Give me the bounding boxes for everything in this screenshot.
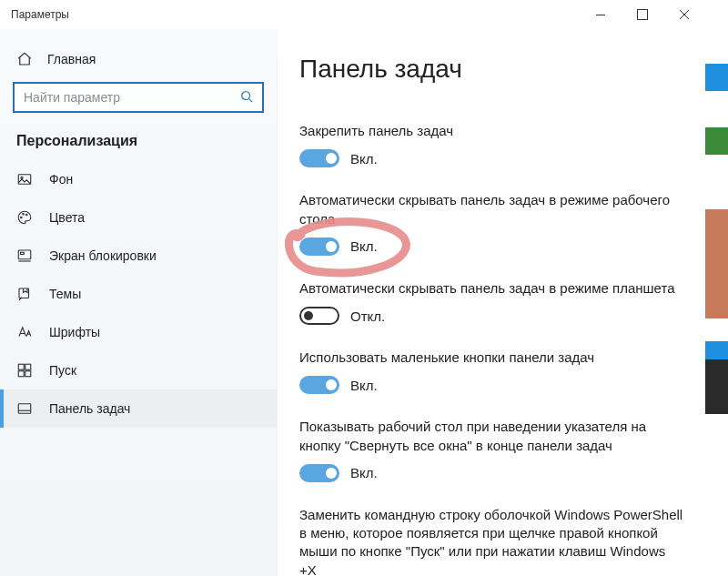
window-controls	[580, 0, 705, 29]
fonts-icon	[16, 324, 33, 340]
minimize-button[interactable]	[580, 0, 622, 29]
setting-label: Заменить командную строку оболочкой Wind…	[299, 506, 683, 576]
toggle-lock-taskbar[interactable]	[299, 149, 339, 167]
toggle-row: Вкл.	[299, 376, 683, 394]
toggle-state: Откл.	[350, 308, 385, 324]
svg-point-8	[26, 214, 28, 216]
sidebar-home-label: Главная	[47, 52, 96, 66]
toggle-row: Откл.	[299, 307, 683, 325]
search-input[interactable]	[24, 90, 240, 105]
palette-icon	[16, 209, 33, 226]
setting-small-buttons: Использовать маленькие кнопки панели зад…	[299, 349, 683, 394]
close-button[interactable]	[663, 0, 705, 29]
svg-rect-15	[18, 364, 24, 369]
svg-rect-18	[25, 371, 31, 377]
search-box[interactable]	[13, 82, 264, 113]
toggle-state: Вкл.	[350, 238, 378, 254]
toggle-state: Вкл.	[350, 465, 378, 480]
home-icon	[16, 51, 33, 67]
toggle-row: Вкл.	[299, 464, 683, 482]
sidebar-item-label: Пуск	[49, 363, 76, 378]
sidebar-item-start[interactable]: Пуск	[0, 351, 277, 389]
toggle-small-buttons[interactable]	[299, 376, 339, 394]
toggle-state: Вкл.	[350, 151, 378, 167]
svg-point-6	[21, 217, 23, 218]
sidebar-item-colors[interactable]: Цвета	[0, 198, 277, 237]
sidebar-item-label: Экран блокировки	[49, 248, 157, 263]
sidebar-item-label: Фон	[49, 172, 73, 187]
setting-label: Закрепить панель задач	[299, 122, 683, 140]
sidebar-home[interactable]: Главная	[0, 42, 277, 76]
toggle-row: Вкл.	[299, 149, 683, 167]
content-pane: Панель задач Закрепить панель задач Вкл.…	[278, 29, 705, 576]
window-body: Главная Персонализация Фон	[0, 29, 705, 576]
sidebar-item-fonts[interactable]: Шрифты	[0, 313, 277, 351]
start-icon	[16, 362, 33, 379]
sidebar-item-label: Шрифты	[49, 325, 100, 339]
titlebar: Параметры	[0, 0, 705, 29]
setting-label: Показывать рабочий стол при наведении ук…	[299, 418, 683, 455]
sidebar: Главная Персонализация Фон	[0, 29, 278, 576]
sidebar-item-themes[interactable]: Темы	[0, 275, 277, 313]
sidebar-item-lockscreen[interactable]: Экран блокировки	[0, 237, 277, 275]
picture-icon	[16, 171, 33, 187]
toggle-autohide-desktop[interactable]	[299, 237, 339, 256]
setting-label: Автоматически скрывать панель задач в ре…	[299, 191, 683, 228]
setting-label: Автоматически скрывать панель задач в ре…	[299, 279, 683, 298]
lockscreen-icon	[16, 248, 33, 264]
settings-window: Параметры Главная	[0, 0, 705, 576]
svg-rect-17	[18, 371, 24, 377]
sidebar-item-label: Темы	[49, 287, 81, 301]
background-page-sliver	[705, 0, 728, 576]
setting-label: Использовать маленькие кнопки панели зад…	[299, 349, 683, 367]
search-icon	[240, 90, 253, 106]
sidebar-item-label: Цвета	[49, 210, 85, 225]
svg-point-2	[242, 91, 250, 99]
toggle-autohide-tablet[interactable]	[299, 307, 339, 325]
toggle-row: Вкл.	[299, 237, 683, 256]
setting-lock-taskbar: Закрепить панель задач Вкл.	[299, 122, 683, 167]
page-title: Панель задач	[299, 55, 683, 84]
sidebar-item-taskbar[interactable]: Панель задач	[0, 389, 277, 428]
svg-point-7	[23, 214, 25, 216]
setting-autohide-desktop: Автоматически скрывать панель задач в ре…	[299, 191, 683, 256]
svg-rect-10	[21, 252, 25, 254]
svg-rect-19	[18, 404, 31, 414]
setting-peek-desktop: Показывать рабочий стол при наведении ук…	[299, 418, 683, 482]
sidebar-item-label: Панель задач	[49, 401, 130, 416]
maximize-button[interactable]	[622, 0, 663, 29]
sidebar-section-title: Персонализация	[0, 124, 277, 160]
window-title: Параметры	[0, 8, 580, 21]
taskbar-icon	[16, 400, 33, 417]
sidebar-item-background[interactable]: Фон	[0, 160, 277, 198]
setting-autohide-tablet: Автоматически скрывать панель задач в ре…	[299, 279, 683, 325]
themes-icon	[16, 286, 33, 302]
toggle-state: Вкл.	[350, 378, 378, 393]
toggle-peek-desktop[interactable]	[299, 464, 339, 482]
svg-rect-16	[25, 364, 31, 369]
search-container	[0, 76, 277, 124]
setting-powershell: Заменить командную строку оболочкой Wind…	[299, 506, 683, 576]
svg-line-3	[249, 98, 253, 102]
